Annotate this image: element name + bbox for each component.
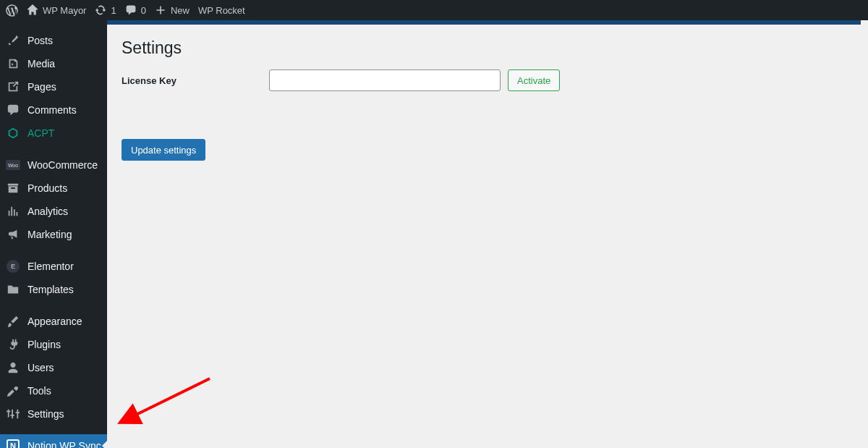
user-icon [6,360,20,375]
sidebar-item-settings[interactable]: Settings [0,402,107,426]
sidebar-item-label: Appearance [27,316,82,327]
updates-count: 1 [111,5,116,16]
admin-bar: WP Mayor 1 0 New WP Rocket [0,0,868,20]
chart-icon [6,204,20,219]
page-title: Settings [122,32,846,69]
activate-button[interactable]: Activate [508,69,560,91]
brush-icon [6,314,20,329]
comment-icon [6,103,20,117]
plug-icon [6,337,20,352]
media-icon [6,56,20,71]
pin-icon [6,33,20,48]
sidebar-item-analytics[interactable]: Analytics [0,200,107,223]
notion-icon: N [6,439,20,448]
sidebar-item-label: WooCommerce [27,159,98,171]
wp-rocket-label: WP Rocket [198,5,245,16]
site-name-label: WP Mayor [43,5,86,16]
sidebar-item-label: Products [27,182,67,194]
sidebar-item-users[interactable]: Users [0,356,107,379]
sidebar-item-products[interactable]: Products [0,177,107,200]
sidebar-item-tools[interactable]: Tools [0,379,107,402]
new-content-label: New [171,5,190,16]
sidebar-item-label: Analytics [27,206,68,217]
new-content-link[interactable]: New [155,4,190,16]
sidebar-item-label: Media [27,58,55,69]
sidebar-item-plugins[interactable]: Plugins [0,333,107,356]
sidebar-item-woocommerce[interactable]: Woo WooCommerce [0,153,107,177]
wp-logo[interactable] [6,4,18,17]
sidebar-item-label: ACPT [27,127,54,139]
content-area: Settings License Key Activate Update set… [107,20,861,448]
sliders-icon [6,407,20,421]
woo-icon: Woo [6,158,20,172]
page-icon [6,80,20,94]
sidebar-item-marketing[interactable]: Marketing [0,223,107,246]
archive-icon [6,181,20,195]
sidebar-item-label: Tools [27,385,51,397]
sidebar-item-posts[interactable]: Posts [0,29,107,52]
sidebar-item-templates[interactable]: Templates [0,278,107,301]
sidebar-item-appearance[interactable]: Appearance [0,310,107,333]
sidebar-item-label: Comments [27,104,77,116]
wordpress-icon [6,4,18,17]
sidebar-item-label: Plugins [27,339,61,350]
wrench-icon [6,384,20,398]
comments-link[interactable]: 0 [125,4,146,16]
update-icon [95,4,106,16]
sidebar-item-label: Users [27,362,54,373]
site-name-link[interactable]: WP Mayor [27,4,86,16]
box-icon [6,126,20,140]
wp-rocket-link[interactable]: WP Rocket [198,5,245,16]
sidebar-item-label: Elementor [27,261,74,272]
sidebar-item-media[interactable]: Media [0,52,107,75]
elementor-icon: E [6,259,20,274]
sidebar-item-comments[interactable]: Comments [0,98,107,122]
sidebar-item-label: Marketing [27,229,72,240]
sidebar-item-label: Pages [27,81,56,93]
sidebar-item-label: Notion WP Sync [27,440,101,448]
comment-icon [125,4,137,16]
comments-count: 0 [141,5,146,16]
license-key-row: License Key Activate [122,69,846,91]
sidebar-item-label: Settings [27,408,64,420]
sidebar-item-notion-wp-sync[interactable]: N Notion WP Sync [0,434,107,448]
admin-sidebar: Posts Media Pages Comments ACPT Woo WooC… [0,20,107,448]
license-key-label: License Key [122,75,269,86]
megaphone-icon [6,227,20,242]
sidebar-item-elementor[interactable]: E Elementor [0,255,107,278]
sidebar-item-label: Posts [27,35,53,46]
sidebar-item-pages[interactable]: Pages [0,75,107,98]
sidebar-item-acpt[interactable]: ACPT [0,122,107,145]
home-icon [27,4,38,16]
update-settings-button[interactable]: Update settings [122,139,205,161]
folder-icon [6,282,20,297]
license-key-input[interactable] [269,69,501,91]
plus-icon [155,4,166,16]
updates-link[interactable]: 1 [95,4,116,16]
sidebar-item-label: Templates [27,284,74,295]
